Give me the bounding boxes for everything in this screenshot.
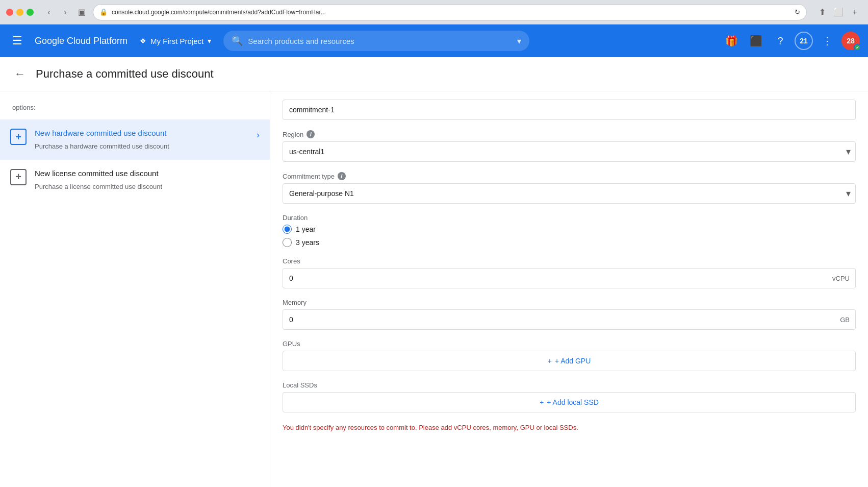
commitment-type-label: Commitment type i [283, 172, 856, 180]
page-title: Purchase a committed use discount [36, 67, 214, 81]
sidebar-toggle-button[interactable]: ▣ [74, 5, 89, 19]
back-arrow-icon: ← [14, 67, 25, 80]
cores-input-wrapper: vCPU [283, 268, 856, 288]
region-field-group: Region i us-central1 us-east1 us-west1 e… [283, 130, 856, 162]
cores-label-text: Cores [283, 257, 300, 265]
region-label-text: Region [283, 131, 303, 138]
cores-field-group: Cores vCPU [283, 257, 856, 288]
region-select-wrapper: us-central1 us-east1 us-west1 europe-wes… [283, 141, 856, 162]
project-chevron-icon: ▾ [208, 37, 211, 45]
terminal-button[interactable]: ⬛ [746, 31, 766, 51]
commitment-type-label-text: Commitment type [283, 173, 335, 180]
cores-input[interactable] [283, 268, 856, 288]
forward-nav-button[interactable]: › [58, 5, 72, 19]
add-gpu-label: + Add GPU [555, 357, 591, 365]
back-button[interactable]: ← [12, 65, 28, 83]
lock-icon: 🔒 [99, 8, 108, 16]
more-options-button[interactable]: ⋮ [817, 31, 837, 51]
more-icon: ⋮ [822, 35, 832, 47]
region-select[interactable]: us-central1 us-east1 us-west1 europe-wes… [283, 141, 856, 162]
add-gpu-icon: + [548, 357, 552, 365]
license-card-title: New license committed use discount [35, 168, 260, 179]
commitment-type-select-wrapper: General-purpose N1 General-purpose N2 Me… [283, 183, 856, 204]
hardware-discount-card[interactable]: + New hardware committed use discount Pu… [0, 119, 270, 160]
search-icon: 🔍 [232, 35, 243, 46]
hardware-card-title: New hardware committed use discount [35, 128, 248, 138]
browser-action-buttons: ⬆ ⬜ + [815, 5, 862, 19]
license-card-description: Purchase a license committed use discoun… [35, 182, 260, 192]
extension-button[interactable]: ⬜ [831, 5, 846, 19]
gpus-label-text: GPUs [283, 340, 300, 348]
commitment-type-help-icon[interactable]: i [338, 172, 346, 180]
search-bar[interactable]: 🔍 Search products and resources ▾ [223, 31, 529, 51]
page-header: ← Purchase a committed use discount [0, 57, 868, 91]
hardware-card-chevron-icon: › [257, 130, 260, 140]
hamburger-icon: ☰ [12, 34, 22, 47]
duration-label-text: Duration [283, 214, 308, 222]
hardware-card-icon: + [10, 129, 27, 145]
duration-radio-group: 1 year 3 years [283, 225, 856, 247]
add-gpu-button[interactable]: + + Add GPU [283, 351, 856, 371]
project-icon: ❖ [140, 37, 146, 45]
memory-field-group: Memory GB [283, 299, 856, 330]
main-content: options: + New hardware committed use di… [0, 91, 868, 487]
duration-1year-label: 1 year [296, 225, 316, 233]
gpus-label: GPUs [283, 340, 856, 348]
commitment-name-input[interactable] [283, 100, 856, 120]
hardware-card-body: New hardware committed use discount Purc… [35, 128, 248, 152]
user-avatar[interactable]: 28 ✓ [841, 32, 860, 50]
gpus-field-group: GPUs + + Add GPU [283, 340, 856, 371]
add-local-ssd-button[interactable]: + + Add local SSD [283, 392, 856, 412]
duration-3years-label: 3 years [296, 238, 319, 247]
duration-3years-radio[interactable] [283, 238, 292, 247]
reload-icon[interactable]: ↻ [795, 8, 800, 16]
local-ssds-field-group: Local SSDs + + Add local SSD [283, 381, 856, 412]
minimize-dot[interactable] [16, 9, 23, 16]
add-local-ssd-icon: + [540, 398, 544, 406]
brand-name: Google Cloud Platform [35, 36, 127, 46]
terminal-icon: ⬛ [750, 35, 762, 47]
commitment-type-field-group: Commitment type i General-purpose N1 Gen… [283, 172, 856, 204]
avatar-status-badge: ✓ [854, 44, 861, 51]
back-nav-button[interactable]: ‹ [42, 5, 56, 19]
license-discount-card[interactable]: + New license committed use discount Pur… [0, 160, 270, 200]
local-ssds-label-text: Local SSDs [283, 381, 317, 389]
gift-button[interactable]: 🎁 [721, 31, 742, 51]
add-local-ssd-label: + Add local SSD [547, 398, 599, 406]
region-help-icon[interactable]: i [307, 130, 315, 138]
add-tab-button[interactable]: + [848, 5, 862, 19]
gcp-navigation: ☰ Google Cloud Platform ❖ My First Proje… [0, 25, 868, 57]
duration-1year-option[interactable]: 1 year [283, 225, 856, 234]
help-icon: ? [777, 35, 783, 47]
license-card-body: New license committed use discount Purch… [35, 168, 260, 192]
search-placeholder-text: Search products and resources [248, 37, 512, 45]
duration-1year-radio[interactable] [283, 225, 292, 234]
browser-nav-buttons: ‹ › ▣ [42, 5, 89, 19]
notification-badge[interactable]: 21 [795, 32, 813, 50]
duration-3years-option[interactable]: 3 years [283, 238, 856, 247]
share-button[interactable]: ⬆ [815, 5, 829, 19]
address-bar[interactable]: 🔒 console.cloud.google.com/compute/commi… [93, 4, 807, 20]
search-chevron-icon: ▾ [517, 36, 521, 46]
right-panel: Region i us-central1 us-east1 us-west1 e… [270, 91, 868, 487]
hamburger-menu-button[interactable]: ☰ [8, 30, 27, 52]
help-button[interactable]: ? [770, 31, 790, 51]
region-label: Region i [283, 130, 856, 138]
memory-input-wrapper: GB [283, 309, 856, 330]
brand-logo: Google Cloud Platform [35, 36, 127, 46]
browser-window-controls [6, 9, 34, 16]
fullscreen-dot[interactable] [27, 9, 34, 16]
browser-chrome: ‹ › ▣ 🔒 console.cloud.google.com/compute… [0, 0, 868, 25]
close-dot[interactable] [6, 9, 13, 16]
cores-label: Cores [283, 257, 856, 265]
project-name: My First Project [150, 37, 203, 45]
project-selector[interactable]: ❖ My First Project ▾ [136, 35, 215, 47]
local-ssds-label: Local SSDs [283, 381, 856, 389]
license-card-icon: + [10, 169, 27, 185]
hardware-card-description: Purchase a hardware committed use discou… [35, 141, 248, 152]
memory-label-text: Memory [283, 299, 307, 306]
nav-action-buttons: 🎁 ⬛ ? 21 ⋮ 28 ✓ [721, 31, 860, 51]
url-text: console.cloud.google.com/compute/commitm… [112, 9, 790, 16]
commitment-type-select[interactable]: General-purpose N1 General-purpose N2 Me… [283, 183, 856, 204]
memory-input[interactable] [283, 309, 856, 330]
